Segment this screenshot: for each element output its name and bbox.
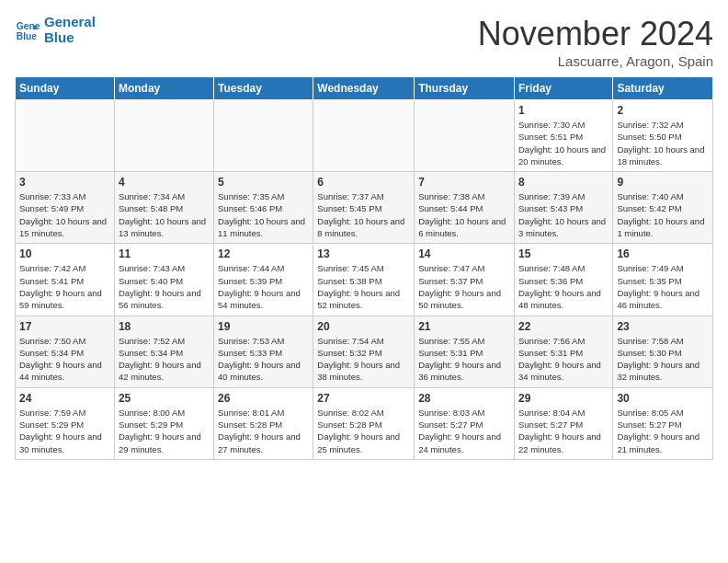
day-number: 28 — [418, 392, 510, 405]
day-number: 23 — [617, 320, 709, 333]
day-info: Sunrise: 8:05 AM Sunset: 5:27 PM Dayligh… — [617, 407, 709, 455]
day-number: 7 — [418, 176, 510, 189]
day-number: 5 — [218, 176, 309, 189]
calendar-cell: 12Sunrise: 7:44 AM Sunset: 5:39 PM Dayli… — [214, 244, 313, 316]
calendar-week-row: 10Sunrise: 7:42 AM Sunset: 5:41 PM Dayli… — [16, 244, 713, 316]
weekday-header: Thursday — [415, 77, 515, 100]
calendar-cell: 28Sunrise: 8:03 AM Sunset: 5:27 PM Dayli… — [415, 387, 515, 459]
logo: General Blue General Blue — [15, 15, 96, 45]
day-info: Sunrise: 7:32 AM Sunset: 5:50 PM Dayligh… — [617, 119, 709, 167]
day-info: Sunrise: 7:58 AM Sunset: 5:30 PM Dayligh… — [617, 335, 709, 384]
calendar-cell: 22Sunrise: 7:56 AM Sunset: 5:31 PM Dayli… — [514, 316, 612, 387]
day-info: Sunrise: 7:39 AM Sunset: 5:43 PM Dayligh… — [518, 190, 609, 239]
calendar-cell: 5Sunrise: 7:35 AM Sunset: 5:46 PM Daylig… — [214, 172, 313, 244]
day-number: 29 — [518, 392, 609, 405]
weekday-header: Wednesday — [313, 77, 415, 100]
weekday-header: Saturday — [613, 77, 713, 100]
day-info: Sunrise: 8:00 AM Sunset: 5:29 PM Dayligh… — [119, 407, 210, 455]
calendar-cell: 23Sunrise: 7:58 AM Sunset: 5:30 PM Dayli… — [613, 316, 713, 387]
calendar-cell: 1Sunrise: 7:30 AM Sunset: 5:51 PM Daylig… — [514, 100, 612, 172]
day-number: 15 — [518, 247, 609, 260]
day-info: Sunrise: 7:30 AM Sunset: 5:51 PM Dayligh… — [518, 119, 609, 167]
day-number: 26 — [218, 392, 309, 405]
calendar-cell: 16Sunrise: 7:49 AM Sunset: 5:35 PM Dayli… — [613, 244, 713, 316]
calendar-table: SundayMondayTuesdayWednesdayThursdayFrid… — [15, 76, 713, 460]
day-info: Sunrise: 8:04 AM Sunset: 5:27 PM Dayligh… — [518, 407, 609, 455]
day-number: 12 — [218, 247, 309, 260]
calendar-week-row: 1Sunrise: 7:30 AM Sunset: 5:51 PM Daylig… — [16, 100, 713, 172]
day-number: 24 — [19, 392, 110, 405]
day-number: 22 — [518, 320, 609, 333]
day-number: 17 — [19, 320, 110, 333]
weekday-header: Sunday — [16, 77, 115, 100]
day-number: 1 — [518, 104, 609, 117]
day-number: 9 — [617, 176, 709, 189]
day-number: 25 — [119, 392, 210, 405]
day-info: Sunrise: 7:48 AM Sunset: 5:36 PM Dayligh… — [518, 262, 609, 311]
calendar-cell — [313, 100, 415, 172]
calendar-cell: 7Sunrise: 7:38 AM Sunset: 5:44 PM Daylig… — [415, 172, 515, 244]
calendar-cell: 4Sunrise: 7:34 AM Sunset: 5:48 PM Daylig… — [114, 172, 213, 244]
calendar-header-row: SundayMondayTuesdayWednesdayThursdayFrid… — [16, 77, 713, 100]
weekday-header: Monday — [114, 77, 213, 100]
day-info: Sunrise: 7:34 AM Sunset: 5:48 PM Dayligh… — [119, 190, 210, 239]
calendar-week-row: 3Sunrise: 7:33 AM Sunset: 5:49 PM Daylig… — [16, 172, 713, 244]
day-info: Sunrise: 7:59 AM Sunset: 5:29 PM Dayligh… — [19, 407, 110, 455]
day-info: Sunrise: 7:40 AM Sunset: 5:42 PM Dayligh… — [617, 190, 709, 239]
page-header: General Blue General Blue November 2024 … — [15, 15, 713, 69]
day-info: Sunrise: 7:45 AM Sunset: 5:38 PM Dayligh… — [317, 262, 410, 311]
day-info: Sunrise: 7:53 AM Sunset: 5:33 PM Dayligh… — [218, 335, 309, 384]
calendar-cell: 26Sunrise: 8:01 AM Sunset: 5:28 PM Dayli… — [214, 387, 313, 459]
day-info: Sunrise: 7:43 AM Sunset: 5:40 PM Dayligh… — [119, 262, 210, 311]
calendar-cell: 27Sunrise: 8:02 AM Sunset: 5:28 PM Dayli… — [313, 387, 415, 459]
day-number: 30 — [617, 392, 709, 405]
calendar-cell: 25Sunrise: 8:00 AM Sunset: 5:29 PM Dayli… — [114, 387, 213, 459]
day-info: Sunrise: 7:56 AM Sunset: 5:31 PM Dayligh… — [518, 335, 609, 384]
day-info: Sunrise: 7:33 AM Sunset: 5:49 PM Dayligh… — [19, 190, 110, 239]
day-number: 4 — [119, 176, 210, 189]
logo-text-line1: General — [44, 15, 96, 30]
calendar-cell: 15Sunrise: 7:48 AM Sunset: 5:36 PM Dayli… — [514, 244, 612, 316]
day-info: Sunrise: 8:03 AM Sunset: 5:27 PM Dayligh… — [418, 407, 510, 455]
calendar-cell: 17Sunrise: 7:50 AM Sunset: 5:34 PM Dayli… — [16, 316, 115, 387]
weekday-header: Friday — [514, 77, 612, 100]
calendar-cell: 6Sunrise: 7:37 AM Sunset: 5:45 PM Daylig… — [313, 172, 415, 244]
calendar-body: 1Sunrise: 7:30 AM Sunset: 5:51 PM Daylig… — [16, 100, 713, 460]
logo-icon: General Blue — [15, 17, 40, 43]
day-info: Sunrise: 7:35 AM Sunset: 5:46 PM Dayligh… — [218, 190, 309, 239]
calendar-cell: 2Sunrise: 7:32 AM Sunset: 5:50 PM Daylig… — [613, 100, 713, 172]
day-number: 27 — [317, 392, 410, 405]
day-info: Sunrise: 7:42 AM Sunset: 5:41 PM Dayligh… — [19, 262, 110, 311]
calendar-cell: 30Sunrise: 8:05 AM Sunset: 5:27 PM Dayli… — [613, 387, 713, 459]
day-info: Sunrise: 8:02 AM Sunset: 5:28 PM Dayligh… — [317, 407, 410, 455]
calendar-cell: 18Sunrise: 7:52 AM Sunset: 5:34 PM Dayli… — [114, 316, 213, 387]
day-number: 11 — [119, 247, 210, 260]
day-info: Sunrise: 7:54 AM Sunset: 5:32 PM Dayligh… — [317, 335, 410, 384]
day-info: Sunrise: 7:50 AM Sunset: 5:34 PM Dayligh… — [19, 335, 110, 384]
day-info: Sunrise: 8:01 AM Sunset: 5:28 PM Dayligh… — [218, 407, 309, 455]
calendar-cell: 21Sunrise: 7:55 AM Sunset: 5:31 PM Dayli… — [415, 316, 515, 387]
day-number: 16 — [617, 247, 709, 260]
weekday-header: Tuesday — [214, 77, 313, 100]
calendar-cell: 9Sunrise: 7:40 AM Sunset: 5:42 PM Daylig… — [613, 172, 713, 244]
svg-text:Blue: Blue — [17, 31, 38, 41]
calendar-cell — [214, 100, 313, 172]
calendar-cell — [415, 100, 515, 172]
day-info: Sunrise: 7:37 AM Sunset: 5:45 PM Dayligh… — [317, 190, 410, 239]
day-number: 10 — [19, 247, 110, 260]
day-info: Sunrise: 7:38 AM Sunset: 5:44 PM Dayligh… — [418, 190, 510, 239]
calendar-cell: 8Sunrise: 7:39 AM Sunset: 5:43 PM Daylig… — [514, 172, 612, 244]
calendar-cell: 24Sunrise: 7:59 AM Sunset: 5:29 PM Dayli… — [16, 387, 115, 459]
day-number: 6 — [317, 176, 410, 189]
day-number: 18 — [119, 320, 210, 333]
day-number: 3 — [19, 176, 110, 189]
title-block: November 2024 Lascuarre, Aragon, Spain — [478, 15, 713, 69]
day-info: Sunrise: 7:49 AM Sunset: 5:35 PM Dayligh… — [617, 262, 709, 311]
month-title: November 2024 — [478, 15, 713, 53]
svg-text:General: General — [17, 21, 40, 31]
calendar-cell: 19Sunrise: 7:53 AM Sunset: 5:33 PM Dayli… — [214, 316, 313, 387]
calendar-cell: 14Sunrise: 7:47 AM Sunset: 5:37 PM Dayli… — [415, 244, 515, 316]
calendar-cell: 20Sunrise: 7:54 AM Sunset: 5:32 PM Dayli… — [313, 316, 415, 387]
calendar-cell: 29Sunrise: 8:04 AM Sunset: 5:27 PM Dayli… — [514, 387, 612, 459]
day-number: 8 — [518, 176, 609, 189]
